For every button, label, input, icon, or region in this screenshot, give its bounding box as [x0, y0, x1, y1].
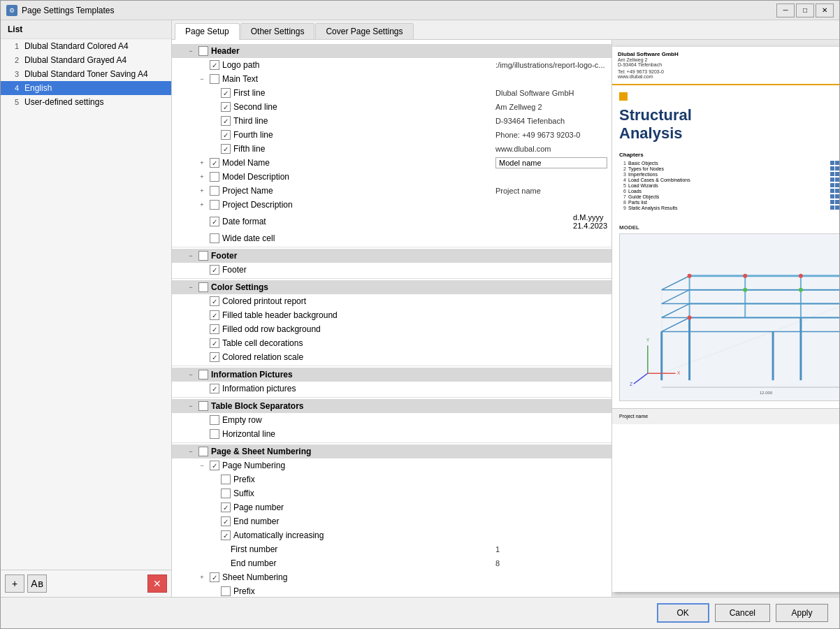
filled-odd-row: Filled odd row background: [172, 322, 611, 336]
tab-cover-page-settings[interactable]: Cover Page Settings: [315, 23, 413, 39]
end-number-row: End number: [172, 514, 611, 528]
auto-increasing-expander: [208, 530, 218, 540]
info-pictures-item-checkbox[interactable]: [210, 384, 219, 393]
suffix-label: Suffix: [233, 489, 607, 498]
sidebar-item-label-5: User-defined settings: [24, 97, 103, 107]
sidebar-item-3[interactable]: 3Dlubal Standard Toner Saving A4: [1, 67, 171, 81]
sidebar-item-5[interactable]: 5User-defined settings: [1, 95, 171, 109]
sidebar-item-num-2: 2: [6, 56, 19, 64]
main-text-expander[interactable]: [197, 74, 207, 84]
title-line1: Structural: [619, 106, 692, 124]
sidebar-item-num-3: 3: [6, 70, 19, 78]
horizontal-line-checkbox[interactable]: [210, 429, 219, 439]
cancel-button[interactable]: Cancel: [715, 604, 770, 622]
wide-date-label: Wide date cell: [222, 233, 607, 243]
tab-other-settings[interactable]: Other Settings: [240, 23, 315, 39]
project-name-row: Project Name Project name: [172, 184, 611, 198]
company-web: www.dlubal.com: [618, 74, 839, 79]
close-button[interactable]: ✕: [816, 3, 834, 17]
sheet-num-sub-checkbox[interactable]: [210, 572, 219, 582]
model-name-expander[interactable]: [197, 158, 207, 168]
logo-path-checkbox[interactable]: [210, 60, 219, 70]
colored-printout-checkbox[interactable]: [210, 296, 219, 306]
colored-relation-checkbox[interactable]: [210, 352, 219, 362]
model-desc-checkbox[interactable]: [210, 172, 219, 182]
table-cell-expander: [197, 338, 207, 348]
header-section-label: Header: [211, 46, 607, 56]
sheet-prefix-checkbox[interactable]: [221, 586, 231, 596]
toc-item-7: 7 Guide Objects 11: [619, 194, 839, 199]
sidebar-item-num-4: 4: [6, 84, 19, 92]
header-expander[interactable]: [186, 46, 196, 56]
filled-odd-checkbox[interactable]: [210, 324, 219, 334]
minimize-button[interactable]: ─: [776, 3, 795, 17]
suffix-checkbox[interactable]: [221, 489, 231, 498]
date-format-checkbox[interactable]: [210, 217, 219, 226]
fifth-line-label: Fifth line: [233, 144, 495, 154]
rename-template-button[interactable]: Aʙ: [27, 574, 47, 593]
auto-increasing-checkbox[interactable]: [221, 530, 231, 540]
wide-date-checkbox[interactable]: [210, 233, 219, 243]
table-cell-checkbox[interactable]: [210, 338, 219, 348]
table-sep-section-row: Table Block Separators: [172, 399, 611, 413]
footer-item-checkbox[interactable]: [210, 265, 219, 275]
page-number-checkbox[interactable]: [221, 503, 231, 512]
empty-row-checkbox[interactable]: [210, 415, 219, 425]
sidebar-item-4[interactable]: 4English: [1, 81, 171, 95]
sidebar-item-2[interactable]: 2Dlubal Standard Grayed A4: [1, 53, 171, 67]
page-numbering-expander[interactable]: [186, 447, 196, 456]
delete-template-button[interactable]: ✕: [147, 574, 167, 593]
model-desc-label: Model Description: [222, 172, 607, 182]
apply-button[interactable]: Apply: [776, 604, 828, 622]
maximize-button[interactable]: □: [796, 3, 814, 17]
prefix-checkbox[interactable]: [221, 475, 231, 484]
sidebar-item-num-1: 1: [6, 42, 19, 50]
add-template-button[interactable]: +: [5, 574, 24, 593]
filled-header-checkbox[interactable]: [210, 310, 219, 320]
page-num-sub-expander[interactable]: [197, 461, 207, 470]
fourth-line-checkbox[interactable]: [221, 130, 231, 140]
info-pictures-expander[interactable]: [186, 370, 196, 379]
footer-project-name: Project name: [619, 414, 648, 419]
sheet-num-sub-label: Sheet Numbering: [222, 572, 607, 582]
model-name-input[interactable]: [495, 157, 607, 168]
fourth-line-expander: [208, 130, 218, 140]
model-name-checkbox[interactable]: [210, 158, 219, 168]
fourth-line-label: Fourth line: [233, 130, 495, 140]
doc-body-left: Structural Analysis Chapters 1 Basic Obj…: [619, 92, 839, 217]
footer-spacer: [198, 251, 208, 261]
page-num-sub-checkbox[interactable]: [210, 461, 219, 470]
table-sep-spacer: [198, 401, 208, 411]
second-line-checkbox[interactable]: [221, 102, 231, 112]
tab-page-setup[interactable]: Page Setup: [175, 23, 240, 40]
table-sep-expander[interactable]: [186, 401, 196, 411]
project-desc-checkbox[interactable]: [210, 200, 219, 210]
footer-expander[interactable]: [186, 251, 196, 261]
logo-path-row: Logo path :/img/illustrations/report-log…: [172, 58, 611, 72]
project-name-expander[interactable]: [197, 186, 207, 196]
auto-increasing-row: Automatically increasing: [172, 528, 611, 542]
orange-square: [619, 92, 628, 101]
main-text-checkbox[interactable]: [210, 74, 219, 84]
end-number-checkbox[interactable]: [221, 516, 231, 526]
doc-footer: Project name D: [612, 408, 839, 424]
sheet-num-sub-expander[interactable]: [197, 572, 207, 582]
color-expander[interactable]: [186, 282, 196, 292]
toc-item-6: 6 Loads 10: [619, 189, 839, 194]
project-desc-expander[interactable]: [197, 200, 207, 210]
model-desc-expander[interactable]: [197, 172, 207, 182]
ok-button[interactable]: OK: [657, 603, 709, 623]
first-line-checkbox[interactable]: [221, 88, 231, 98]
fourth-line-row: Fourth line Phone: +49 9673 9203-0: [172, 128, 611, 142]
toc-item-4: 4 Load Cases & Combinations 6: [619, 178, 839, 182]
color-section-label: Color Settings: [211, 282, 607, 292]
footer-item-label: Footer: [222, 265, 607, 275]
colored-printout-row: Colored printout report: [172, 294, 611, 308]
date-format-label: Date format: [222, 217, 573, 226]
third-line-row: Third line D-93464 Tiefenbach: [172, 114, 611, 128]
fifth-line-checkbox[interactable]: [221, 144, 231, 154]
sidebar-item-1[interactable]: 1Dlubal Standard Colored A4: [1, 39, 171, 53]
third-line-checkbox[interactable]: [221, 116, 231, 126]
project-name-checkbox[interactable]: [210, 186, 219, 196]
svg-text:X: X: [677, 370, 681, 375]
